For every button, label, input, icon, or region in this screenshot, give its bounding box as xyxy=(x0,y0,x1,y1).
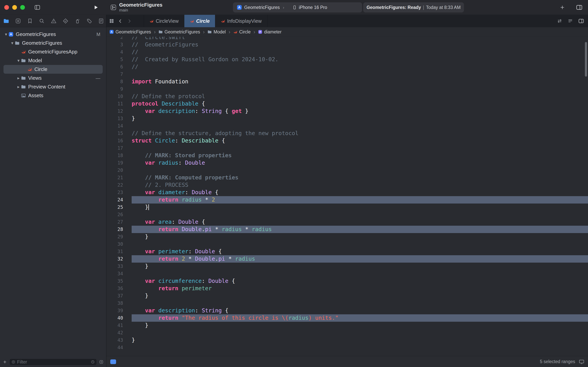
code-line[interactable]: 9 xyxy=(106,85,588,93)
sidebar-item-geometricfigures[interactable]: ▾GeometricFiguresM xyxy=(3,30,103,39)
filter-field[interactable] xyxy=(9,359,97,366)
code-line[interactable]: 20 xyxy=(106,167,588,174)
code-line[interactable]: 37 } xyxy=(106,292,588,300)
swap-editors-icon[interactable] xyxy=(557,18,562,24)
line-number[interactable]: 23 xyxy=(106,190,132,195)
scrollbar-thumb[interactable] xyxy=(585,42,587,77)
source-control-navigator-button[interactable] xyxy=(15,18,21,24)
line-number[interactable]: 14 xyxy=(106,123,132,129)
code-line[interactable]: 4// xyxy=(106,48,588,56)
line-number[interactable]: 33 xyxy=(106,264,132,269)
find-navigator-button[interactable] xyxy=(39,18,45,24)
line-number[interactable]: 38 xyxy=(106,300,132,306)
line-number[interactable]: 24 xyxy=(106,197,132,202)
code-line[interactable]: 16struct Circle: Describable { xyxy=(106,137,588,144)
code-line[interactable]: 25 } xyxy=(106,203,588,211)
code-line[interactable]: 43} xyxy=(106,336,588,344)
minimize-button[interactable] xyxy=(12,5,17,10)
sidebar-item-assets[interactable]: Assets xyxy=(3,91,103,100)
breadcrumb-item-geometricfigures[interactable]: GeometricFigures xyxy=(159,29,200,35)
code-line[interactable]: 38 xyxy=(106,300,588,307)
line-number[interactable]: 17 xyxy=(106,145,132,151)
toggle-navigator-icon[interactable] xyxy=(34,4,41,10)
bookmark-navigator-button[interactable] xyxy=(27,18,33,24)
chevron-right-icon[interactable]: ▸ xyxy=(16,76,21,81)
recent-files-icon[interactable] xyxy=(91,360,95,364)
tab-circle[interactable]: Circle xyxy=(184,15,215,27)
code-line[interactable]: 8import Foundation xyxy=(106,78,588,85)
go-back-button[interactable] xyxy=(116,15,125,27)
line-number[interactable]: 31 xyxy=(106,249,132,254)
code-line[interactable]: 10// Define the protocol xyxy=(106,93,588,100)
code-line[interactable]: 32 return 2 * Double.pi * radius xyxy=(106,255,588,263)
line-number[interactable]: 44 xyxy=(106,345,132,350)
code-line[interactable]: 29 } xyxy=(106,233,588,241)
line-number[interactable]: 12 xyxy=(106,108,132,114)
line-number[interactable]: 39 xyxy=(106,308,132,313)
debug-navigator-button[interactable] xyxy=(74,18,81,24)
go-forward-button[interactable] xyxy=(125,15,134,27)
minimap-toggle-icon[interactable] xyxy=(110,359,116,364)
code-line[interactable]: 30 xyxy=(106,241,588,248)
code-line[interactable]: 17 xyxy=(106,144,588,152)
sidebar-item-preview-content[interactable]: ▸Preview Content xyxy=(3,83,103,91)
code-line[interactable]: 33 } xyxy=(106,263,588,270)
line-number[interactable]: 9 xyxy=(106,86,132,92)
code-line[interactable]: 13} xyxy=(106,115,588,122)
line-number[interactable]: 25 xyxy=(106,204,132,210)
line-number[interactable]: 42 xyxy=(106,330,132,335)
add-file-button[interactable] xyxy=(3,360,7,364)
line-number[interactable]: 7 xyxy=(106,72,132,77)
code-line[interactable]: 3// GeometricFigures xyxy=(106,41,588,48)
line-number[interactable]: 35 xyxy=(106,278,132,284)
tab-infodisplayview[interactable]: InfoDisplayView xyxy=(215,15,267,27)
line-number[interactable]: 26 xyxy=(106,212,132,217)
code-line[interactable]: 39 var description: String { xyxy=(106,307,588,314)
line-number[interactable]: 30 xyxy=(106,242,132,247)
line-number[interactable]: 6 xyxy=(106,64,132,70)
line-number[interactable]: 29 xyxy=(106,234,132,240)
line-number[interactable]: 36 xyxy=(106,286,132,291)
line-number[interactable]: 3 xyxy=(106,42,132,47)
add-box-icon[interactable] xyxy=(99,360,103,364)
line-number[interactable]: 2 xyxy=(106,37,132,40)
code-line[interactable]: 26 xyxy=(106,211,588,218)
adjust-editor-icon[interactable] xyxy=(568,18,573,24)
related-items-button[interactable] xyxy=(106,15,116,27)
code-line[interactable]: 34 xyxy=(106,270,588,277)
code-line[interactable]: 7 xyxy=(106,71,588,78)
line-number[interactable]: 28 xyxy=(106,227,132,232)
run-destination[interactable]: iPhone 16 Pro xyxy=(293,5,327,10)
line-number[interactable]: 27 xyxy=(106,219,132,225)
code-area[interactable]: 2// Circle.swift3// GeometricFigures4//5… xyxy=(106,37,588,356)
sidebar-item-geometricfigures[interactable]: ▾GeometricFigures xyxy=(3,39,103,47)
scheme-selector[interactable]: GeometricFigures › iPhone 16 Pro xyxy=(233,2,362,12)
line-number[interactable]: 40 xyxy=(106,315,132,321)
breakpoint-navigator-button[interactable] xyxy=(86,18,92,24)
line-number[interactable]: 34 xyxy=(106,271,132,276)
code-line[interactable]: 27 var area: Double { xyxy=(106,218,588,226)
project-branch-block[interactable]: GeometricFigures main xyxy=(110,2,163,12)
code-line[interactable]: 23 var diameter: Double { xyxy=(106,189,588,196)
code-line[interactable]: 19 var radius: Double xyxy=(106,159,588,167)
chevron-right-icon[interactable]: ▸ xyxy=(16,84,21,89)
line-number[interactable]: 13 xyxy=(106,116,132,121)
code-line[interactable]: 2// Circle.swift xyxy=(106,37,588,41)
line-number[interactable]: 4 xyxy=(106,49,132,55)
line-number[interactable]: 10 xyxy=(106,94,132,99)
code-line[interactable]: 14 xyxy=(106,122,588,130)
line-number[interactable]: 18 xyxy=(106,153,132,158)
chevron-down-icon[interactable]: ▾ xyxy=(16,58,21,63)
code-line[interactable]: 41 } xyxy=(106,322,588,329)
code-line[interactable]: 12 var description: String { get } xyxy=(106,108,588,115)
code-line[interactable]: 18 // MARK: Stored properties xyxy=(106,152,588,159)
line-number[interactable]: 21 xyxy=(106,175,132,180)
issue-navigator-button[interactable] xyxy=(50,18,57,24)
code-line[interactable]: 35 var circumference: Double { xyxy=(106,277,588,285)
keyboard-focus-icon[interactable] xyxy=(579,359,585,365)
line-number[interactable]: 37 xyxy=(106,293,132,299)
line-number[interactable]: 22 xyxy=(106,182,132,188)
tab-circleview[interactable]: CircleView xyxy=(144,15,184,27)
line-number[interactable]: 5 xyxy=(106,57,132,62)
code-line[interactable]: 42 xyxy=(106,329,588,336)
